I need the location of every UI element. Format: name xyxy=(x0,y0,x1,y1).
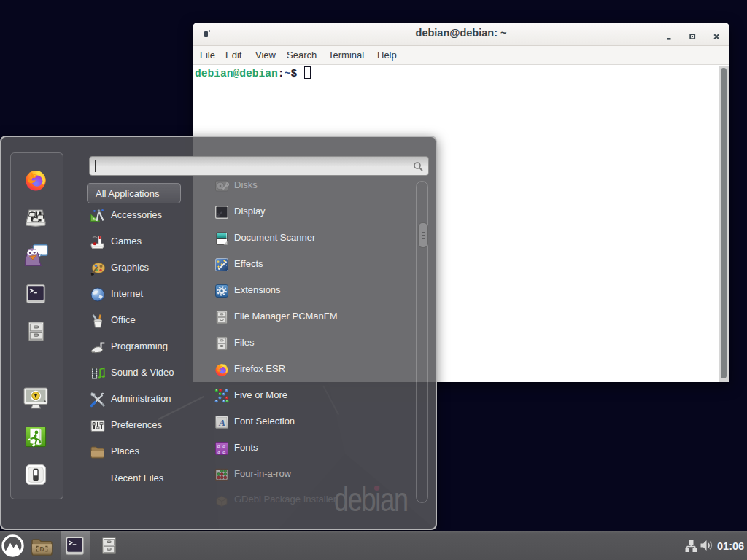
svg-text:D: D xyxy=(40,546,44,553)
svg-text:A: A xyxy=(218,416,225,427)
svg-text:a: a xyxy=(222,448,226,454)
